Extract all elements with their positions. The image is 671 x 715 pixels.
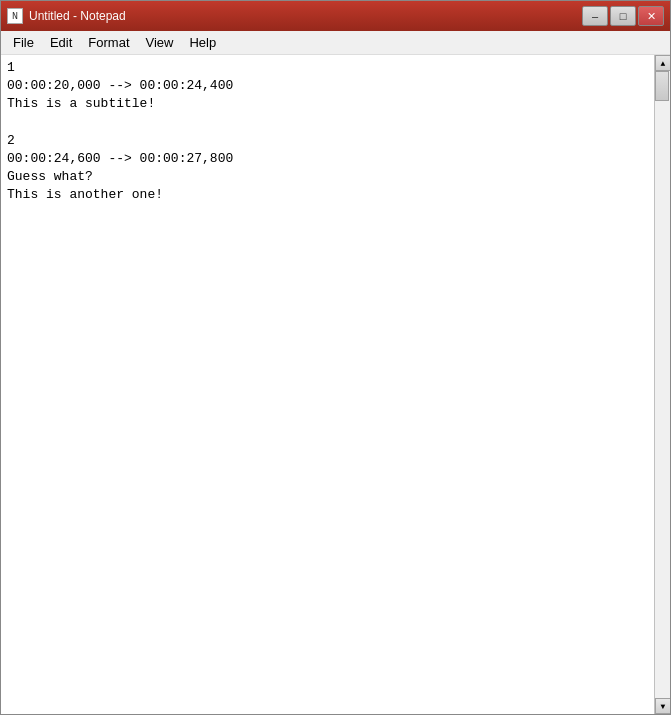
menu-help[interactable]: Help (181, 33, 224, 52)
scrollbar: ▲ ▼ (654, 55, 670, 714)
close-button[interactable]: ✕ (638, 6, 664, 26)
text-editor[interactable]: 1 00:00:20,000 --> 00:00:24,400 This is … (1, 55, 654, 714)
scrollbar-thumb[interactable] (655, 71, 669, 101)
scrollbar-up-button[interactable]: ▲ (655, 55, 670, 71)
menu-file[interactable]: File (5, 33, 42, 52)
app-icon-letter: N (12, 11, 18, 22)
notepad-window: N Untitled - Notepad – □ ✕ File Edit For… (0, 0, 671, 715)
app-icon: N (7, 8, 23, 24)
menu-edit[interactable]: Edit (42, 33, 80, 52)
menu-bar: File Edit Format View Help (1, 31, 670, 55)
minimize-button[interactable]: – (582, 6, 608, 26)
maximize-button[interactable]: □ (610, 6, 636, 26)
menu-view[interactable]: View (138, 33, 182, 52)
scrollbar-down-button[interactable]: ▼ (655, 698, 670, 714)
editor-area: 1 00:00:20,000 --> 00:00:24,400 This is … (1, 55, 670, 714)
title-bar: N Untitled - Notepad – □ ✕ (1, 1, 670, 31)
scrollbar-track[interactable] (655, 71, 670, 698)
window-title: Untitled - Notepad (29, 9, 126, 23)
title-controls: – □ ✕ (582, 6, 664, 26)
menu-format[interactable]: Format (80, 33, 137, 52)
title-bar-left: N Untitled - Notepad (7, 8, 126, 24)
